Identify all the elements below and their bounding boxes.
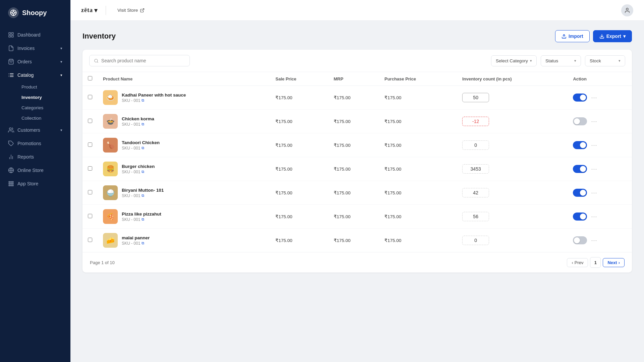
sidebar-item-customers[interactable]: Customers ▾	[0, 123, 70, 137]
action-menu-1[interactable]: ···	[591, 118, 597, 125]
inventory-input-5[interactable]	[462, 212, 489, 221]
action-menu-6[interactable]: ···	[591, 237, 597, 244]
sale-price-3: ₹175.00	[270, 157, 328, 181]
sidebar-item-online-store[interactable]: Online Store	[0, 164, 70, 177]
topbar-divider	[106, 6, 106, 15]
category-filter-label: Select Category	[496, 58, 528, 63]
select-all-checkbox[interactable]	[88, 76, 92, 80]
sidebar-item-promotions[interactable]: Promotions	[0, 137, 70, 150]
purchase-price-4: ₹175.00	[379, 181, 457, 205]
row-checkbox-6[interactable]	[88, 238, 92, 242]
action-menu-4[interactable]: ···	[591, 189, 597, 196]
stock-filter[interactable]: Stock ▾	[585, 55, 625, 66]
sidebar-item-collection[interactable]: Collection	[17, 113, 70, 123]
next-button[interactable]: Next ›	[603, 258, 625, 267]
inventory-table: Product Name Sale Price MRP Purchase Pri…	[83, 72, 632, 252]
sidebar-item-orders[interactable]: Orders ▾	[0, 55, 70, 68]
product-image-2: 🍗	[103, 138, 118, 153]
inventory-input-6[interactable]	[462, 236, 489, 245]
user-avatar[interactable]	[621, 4, 633, 16]
sidebar: Shoopy Dashboard Invoices ▾ Orders ▾ Cat…	[0, 0, 70, 362]
action-menu-5[interactable]: ···	[591, 213, 597, 220]
product-cell-6: 🧀 malai panner SKU - 001 ⧉	[103, 233, 265, 248]
action-menu-0[interactable]: ···	[591, 94, 597, 101]
svg-rect-3	[9, 36, 10, 37]
row-checkbox-3[interactable]	[88, 166, 92, 171]
row-checkbox-4[interactable]	[88, 190, 92, 194]
row-checkbox-2[interactable]	[88, 142, 92, 147]
product-sku-6: SKU - 001 ⧉	[122, 241, 150, 246]
topbar: zēta ▾ Visit Store	[70, 0, 644, 21]
sidebar-item-catalog[interactable]: Catalog ▾	[0, 68, 70, 82]
sidebar-item-invoices[interactable]: Invoices ▾	[0, 42, 70, 55]
col-inventory-count: Inventory count (in pcs)	[457, 72, 568, 86]
zeta-brand[interactable]: zēta ▾	[81, 7, 98, 14]
product-info-5: Pizza like pizzahut SKU - 001 ⧉	[122, 212, 161, 222]
visit-store-button[interactable]: Visit Store	[114, 6, 148, 15]
import-button[interactable]: Import	[555, 30, 590, 42]
inventory-input-0[interactable]	[462, 93, 489, 102]
product-info-2: Tandoori Chicken SKU - 001 ⧉	[122, 140, 160, 150]
sidebar-item-dashboard[interactable]: Dashboard	[0, 28, 70, 42]
inventory-input-1[interactable]	[462, 117, 489, 126]
product-link-icon-3[interactable]: ⧉	[142, 170, 144, 174]
toggle-1[interactable]	[573, 117, 587, 125]
sidebar-item-product[interactable]: Product	[17, 82, 70, 92]
action-menu-3[interactable]: ···	[591, 166, 597, 173]
toggle-knob-1	[574, 118, 580, 124]
toggle-5[interactable]	[573, 213, 587, 221]
search-input[interactable]	[101, 58, 185, 63]
row-checkbox-0[interactable]	[88, 95, 92, 99]
product-link-icon-0[interactable]: ⧉	[142, 98, 144, 103]
sidebar-item-reports[interactable]: Reports	[0, 150, 70, 164]
toggle-4[interactable]	[573, 189, 587, 197]
purchase-price-2: ₹175.00	[379, 133, 457, 157]
prev-button[interactable]: ‹ Prev	[567, 258, 588, 267]
svg-rect-21	[9, 183, 10, 184]
mrp-1: ₹175.00	[328, 110, 379, 133]
inventory-input-3[interactable]	[462, 164, 489, 174]
toggle-3[interactable]	[573, 165, 587, 173]
category-filter[interactable]: Select Category ▾	[491, 55, 537, 66]
product-link-icon-1[interactable]: ⧉	[142, 122, 144, 126]
product-name-0: Kadhai Paneer with hot sauce	[122, 93, 186, 98]
inventory-input-2[interactable]	[462, 140, 489, 150]
sidebar-label-online-store: Online Store	[17, 168, 44, 173]
purchase-price-6: ₹175.00	[379, 229, 457, 252]
product-cell-0: 🍛 Kadhai Paneer with hot sauce SKU - 001…	[103, 90, 265, 105]
product-image-6: 🧀	[103, 233, 118, 248]
status-filter[interactable]: Status ▾	[541, 55, 581, 66]
toggle-knob-6	[574, 237, 580, 243]
sidebar-item-inventory[interactable]: Inventory	[17, 92, 70, 103]
product-link-icon-2[interactable]: ⧉	[142, 146, 144, 150]
row-checkbox-1[interactable]	[88, 119, 92, 123]
action-menu-2[interactable]: ···	[591, 142, 597, 149]
brand-logo[interactable]: Shoopy	[0, 0, 70, 25]
sidebar-nav: Dashboard Invoices ▾ Orders ▾ Catalog ▾ …	[0, 25, 70, 362]
mrp-2: ₹175.00	[328, 133, 379, 157]
svg-rect-20	[12, 181, 13, 182]
product-sku-4: SKU - 001 ⧉	[122, 193, 164, 198]
zeta-chevron[interactable]: ▾	[94, 7, 98, 14]
toggle-2[interactable]	[573, 141, 587, 149]
product-link-icon-6[interactable]: ⧉	[142, 241, 144, 245]
export-button[interactable]: Export ▾	[593, 30, 632, 42]
col-mrp: MRP	[328, 72, 379, 86]
product-link-icon-5[interactable]: ⧉	[142, 217, 144, 222]
status-filter-label: Status	[545, 58, 558, 63]
logo-icon	[8, 7, 19, 18]
product-info-1: Chicken korma SKU - 001 ⧉	[122, 116, 154, 127]
sidebar-item-app-store[interactable]: App Store	[0, 177, 70, 190]
row-checkbox-5[interactable]	[88, 214, 92, 218]
page-content: Inventory Import Export ▾ Select	[70, 21, 644, 362]
inventory-input-4[interactable]	[462, 188, 489, 197]
svg-point-28	[626, 8, 628, 10]
purchase-price-3: ₹175.00	[379, 157, 457, 181]
toggle-knob-5	[580, 214, 586, 220]
toggle-6[interactable]	[573, 236, 587, 244]
product-name-1: Chicken korma	[122, 116, 154, 121]
product-link-icon-4[interactable]: ⧉	[142, 193, 144, 198]
svg-point-11	[9, 128, 11, 130]
toggle-0[interactable]	[573, 94, 587, 102]
sidebar-item-categories[interactable]: Categories	[17, 103, 70, 113]
